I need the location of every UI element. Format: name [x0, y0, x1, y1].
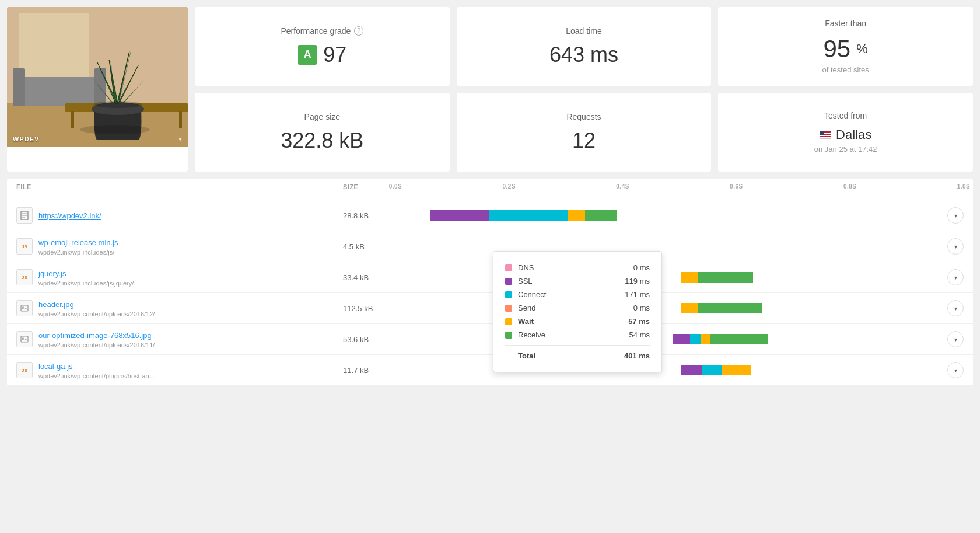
ssl-value: 119 ms [621, 277, 650, 285]
file-path: wpdev2.ink/wp-includes/js/ [38, 249, 118, 256]
file-path: wpdev2.ink/wp-content/uploads/2016/11/ [38, 342, 155, 349]
ssl-color [505, 278, 512, 285]
total-value: 401 ms [621, 351, 650, 360]
timeline-cell: ▾ [396, 237, 964, 256]
tooltip-row-ssl: SSL 119 ms [505, 274, 650, 288]
wait-value: 57 ms [621, 317, 650, 326]
size-cell: 112.5 kB [343, 304, 396, 313]
expand-button[interactable]: ▾ [947, 269, 964, 285]
file-link[interactable]: our-optimized-image-768x516.jpg [38, 331, 152, 340]
dns-color [505, 264, 512, 271]
timeline-cell: ▾ [396, 361, 964, 379]
faster-than-sub: of tested sites [822, 65, 869, 74]
file-icon-js: JS [16, 362, 33, 378]
scale-02: 0.2s [503, 183, 516, 190]
svg-rect-10 [179, 111, 182, 128]
dns-label: DNS [518, 263, 621, 272]
dns-value: 0 ms [621, 263, 650, 272]
file-cell: our-optimized-image-768x516.jpg wpdev2.i… [16, 330, 343, 349]
requests-title: Requests [566, 112, 601, 121]
svg-rect-9 [71, 111, 74, 128]
file-link[interactable]: local-ga.js [38, 362, 73, 371]
expand-button[interactable]: ▾ [947, 362, 964, 378]
size-cell: 33.4 kB [343, 273, 396, 282]
expand-button[interactable]: ▾ [947, 300, 964, 316]
connect-color [505, 291, 512, 298]
receive-color [505, 332, 512, 339]
col-file-header: FILE [16, 183, 343, 195]
timeline-cell: ▾ [396, 330, 964, 349]
send-label: Send [518, 304, 621, 312]
connect-label: Connect [518, 290, 621, 299]
page-size-title: Page size [304, 112, 340, 121]
expand-button[interactable]: ▾ [947, 207, 964, 224]
page-size-card: Page size 322.8 kB [195, 93, 450, 172]
page-size-value: 322.8 kB [281, 128, 363, 153]
file-icon-js: JS [16, 238, 33, 255]
file-link[interactable]: wp-emoji-release.min.js [38, 238, 118, 247]
expand-button[interactable]: ▾ [947, 238, 964, 255]
files-table: FILE SIZE 0.0s 0.2s 0.4s 0.6s 0.8s 1.0s … [7, 179, 973, 386]
file-link[interactable]: header.jpg [38, 300, 74, 309]
tested-from-card: Tested from Dallas on Jan 25 at 17:42 [718, 93, 973, 172]
scale-08: 0.8s [844, 183, 857, 190]
file-cell: https://wpdev2.ink/ [16, 207, 343, 224]
svg-rect-6 [13, 68, 24, 106]
tooltip-row-receive: Receive 54 ms [505, 328, 650, 342]
tooltip-row-connect: Connect 171 ms [505, 288, 650, 301]
file-icon-img [16, 331, 33, 347]
faster-than-value: 95 % [824, 35, 868, 63]
performance-grade-value: A 97 [298, 43, 346, 67]
tooltip-row-send: Send 0 ms [505, 301, 650, 315]
tested-from-title: Tested from [824, 111, 867, 120]
expand-button[interactable]: ▾ [947, 331, 964, 347]
file-cell: header.jpg wpdev2.ink/wp-content/uploads… [16, 299, 343, 318]
send-color [505, 305, 512, 312]
timeline-cell: ▾ [396, 299, 964, 318]
size-cell: 53.6 kB [343, 335, 396, 344]
timeline-cell: ▾ [396, 206, 964, 225]
load-time-title: Load time [566, 26, 601, 36]
table-row: JS wp-emoji-release.min.js wpdev2.ink/wp… [7, 231, 973, 262]
tooltip-popup: DNS 0 ms SSL 119 ms Connect 171 ms Send … [493, 251, 662, 372]
tested-date: on Jan 25 at 17:42 [814, 145, 877, 154]
svg-rect-5 [13, 77, 106, 106]
file-icon-img [16, 300, 33, 316]
receive-value: 54 ms [621, 330, 650, 339]
performance-grade-card: Performance grade ? A 97 [195, 7, 450, 86]
scale-06: 0.6s [730, 183, 743, 190]
table-row: https://wpdev2.ink/ 28.8 kB ▾ [7, 200, 973, 231]
scale-0: 0.0s [389, 183, 402, 190]
tooltip-divider [505, 345, 650, 346]
wait-color [505, 318, 512, 325]
performance-grade-title: Performance grade ? [281, 26, 363, 36]
load-time-value: 643 ms [550, 43, 618, 67]
load-time-card: Load time 643 ms [457, 7, 712, 86]
faster-than-title: Faster than [825, 19, 866, 28]
svg-rect-7 [94, 68, 106, 106]
grade-badge: A [298, 45, 317, 65]
table-row: JS local-ga.js wpdev2.ink/wp-content/plu… [7, 355, 973, 386]
scale-10: 1.0s [957, 183, 971, 190]
size-cell: 11.7 kB [343, 366, 396, 375]
timeline-cell: ▾ [396, 268, 964, 287]
file-link[interactable]: https://wpdev2.ink/ [38, 211, 102, 220]
file-cell: JS local-ga.js wpdev2.ink/wp-content/plu… [16, 361, 343, 379]
site-name: WPDEV [13, 135, 39, 142]
file-path: wpdev2.ink/wp-content/plugins/host-an... [38, 372, 155, 379]
svg-point-22 [22, 306, 24, 308]
file-link[interactable]: jquery.js [38, 269, 66, 278]
tested-location: Dallas [820, 127, 872, 142]
size-cell: 28.8 kB [343, 211, 396, 220]
svg-point-16 [93, 101, 142, 108]
size-cell: 4.5 kB [343, 242, 396, 251]
table-header: FILE SIZE 0.0s 0.2s 0.4s 0.6s 0.8s 1.0s [7, 179, 973, 200]
file-path: wpdev2.ink/wp-includes/js/jquery/ [38, 280, 134, 287]
help-icon[interactable]: ? [354, 26, 363, 36]
total-label: Total [518, 351, 621, 360]
table-row: header.jpg wpdev2.ink/wp-content/uploads… [7, 293, 973, 324]
requests-value: 12 [572, 128, 596, 153]
send-value: 0 ms [621, 304, 650, 312]
metrics-grid: Performance grade ? A 97 Load time 643 m… [195, 7, 973, 172]
file-path: wpdev2.ink/wp-content/uploads/2016/12/ [38, 311, 155, 318]
